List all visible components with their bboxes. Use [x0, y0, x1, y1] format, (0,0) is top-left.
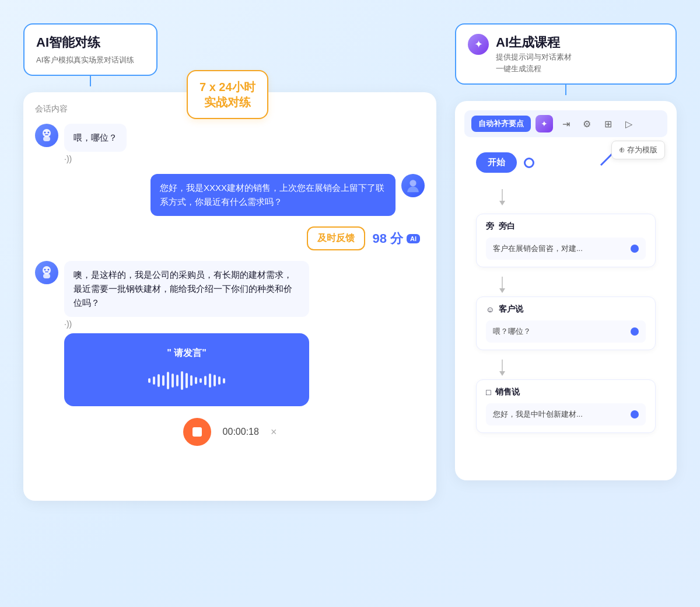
voice-input-box[interactable]: " 请发言"	[64, 333, 309, 406]
sales-dot	[631, 410, 639, 418]
svg-marker-17	[499, 371, 505, 376]
flow-toolbar: 自动补齐要点 ✦ ⇥ ⚙ ⊞ ▷	[464, 110, 667, 137]
start-dot	[524, 158, 534, 168]
sales-title: 销售说	[495, 387, 520, 397]
score-badge: 98 分 AI	[372, 230, 420, 247]
main-container: AI智能对练 AI客户模拟真实场景对话训练 7 x 24小时实战对练 会话内容	[0, 0, 700, 607]
bubble-4: 噢，是这样的，我是公司的采购员，有长期的建材需求，最近需要一批钢铁建材，能给我介…	[64, 261, 309, 317]
toolbar-tag[interactable]: 自动补齐要点	[471, 116, 531, 132]
toolbar-play-icon[interactable]: ▷	[621, 116, 637, 132]
toolbar-settings-icon[interactable]: ⚙	[579, 116, 595, 132]
message-row-4: 噢，是这样的，我是公司的采购员，有长期的建材需求，最近需要一批钢铁建材，能给我介…	[35, 261, 425, 406]
stop-icon	[192, 427, 202, 437]
svg-point-2	[44, 132, 46, 134]
svg-point-6	[43, 266, 51, 274]
flow-panel: 自动补齐要点 ✦ ⇥ ⚙ ⊞ ▷ ⊕ 存为模版 开始	[455, 101, 677, 480]
ai-title-card: AI智能对练 AI客户模拟真实场景对话训练	[23, 23, 158, 76]
customer-title: 客户说	[499, 304, 523, 315]
ai-gen-card: ✦ AI生成课程 提供提示词与对话素材一键生成流程	[455, 23, 677, 85]
sales-content: 您好，我是中叶创新建材...	[486, 403, 646, 425]
badge-247: 7 x 24小时实战对练	[187, 70, 268, 119]
svg-point-8	[44, 269, 46, 271]
flow-node-sales: □ 销售说 您好，我是中叶创新建材...	[476, 379, 656, 433]
badge-feedback: 及时反馈	[307, 226, 365, 250]
svg-point-0	[43, 129, 51, 137]
ai-subtitle: AI客户模拟真实场景对话训练	[36, 55, 145, 65]
svg-point-5	[410, 180, 416, 186]
flow-node-customer: ☺ 客户说 喂？哪位？	[476, 296, 656, 350]
left-panel: AI智能对练 AI客户模拟真实场景对话训练 7 x 24小时实战对练 会话内容	[23, 23, 436, 501]
narration-icon: 旁	[486, 221, 494, 232]
sparkle-icon: ✦	[468, 34, 489, 55]
chat-window: 会话内容 喂，哪位？ ·))	[23, 92, 436, 501]
svg-rect-10	[45, 271, 48, 273]
svg-rect-1	[43, 137, 50, 141]
svg-marker-13	[499, 201, 505, 205]
message-row-1: 喂，哪位？ ·))	[35, 124, 425, 163]
svg-point-9	[48, 269, 50, 271]
sound-icon-2: ·))	[64, 319, 309, 329]
customer-content: 喂？哪位？	[486, 320, 646, 343]
narration-content: 客户在展销会留咨，对建...	[486, 238, 646, 260]
ai-gen-text: AI生成课程 提供提示词与对话素材一键生成流程	[496, 34, 572, 74]
close-button[interactable]: ×	[271, 426, 277, 438]
toolbar-grid-icon[interactable]: ⊞	[600, 116, 616, 132]
record-stop-button[interactable]	[183, 418, 211, 446]
score-number: 98 分	[372, 230, 403, 247]
timer: 00:00:18	[223, 427, 259, 437]
voice-prompt: " 请发言"	[76, 347, 298, 360]
customer-icon: ☺	[486, 305, 494, 314]
chat-controls: 00:00:18 ×	[35, 418, 425, 446]
toolbar-star-button[interactable]: ✦	[536, 115, 553, 132]
save-template-button[interactable]: ⊕ 存为模版	[611, 141, 665, 159]
svg-marker-15	[499, 288, 505, 293]
sound-icon-1: ·))	[64, 154, 127, 163]
bubble-2: 您好，我是XXXX建材的销售，上次您在展销会上留下了联系方式，你最近有什么需求吗…	[150, 174, 396, 216]
customer-dot	[631, 327, 639, 336]
narration-dot	[631, 245, 639, 253]
ai-gen-title: AI生成课程	[496, 34, 572, 51]
message-row-2: 您好，我是XXXX建材的销售，上次您在展销会上留下了联系方式，你最近有什么需求吗…	[35, 174, 425, 216]
ai-tag: AI	[407, 234, 420, 243]
svg-point-3	[48, 132, 50, 134]
waveform	[76, 369, 298, 392]
ai-title: AI智能对练	[36, 34, 145, 51]
svg-rect-7	[43, 274, 50, 278]
svg-rect-4	[45, 134, 48, 135]
ai-gen-subtitle: 提供提示词与对话素材一键生成流程	[496, 51, 572, 74]
score-row: 及时反馈 98 分 AI	[35, 226, 425, 250]
start-pill: 开始	[476, 152, 517, 173]
flow-content: 开始 旁 旁白 客户在展销会留咨	[464, 146, 667, 448]
bubble-1: 喂，哪位？	[64, 124, 127, 152]
flow-node-narration: 旁 旁白 客户在展销会留咨，对建...	[476, 214, 656, 267]
right-panel: ✦ AI生成课程 提供提示词与对话素材一键生成流程 自动补齐要点 ✦ ⇥ ⚙ ⊞…	[455, 23, 677, 480]
avatar-robot-2	[35, 261, 58, 284]
toolbar-import-icon[interactable]: ⇥	[558, 116, 574, 132]
avatar-robot-1	[35, 124, 58, 147]
avatar-person	[401, 174, 425, 197]
sales-icon: □	[486, 388, 491, 397]
narration-title: 旁白	[499, 221, 515, 232]
